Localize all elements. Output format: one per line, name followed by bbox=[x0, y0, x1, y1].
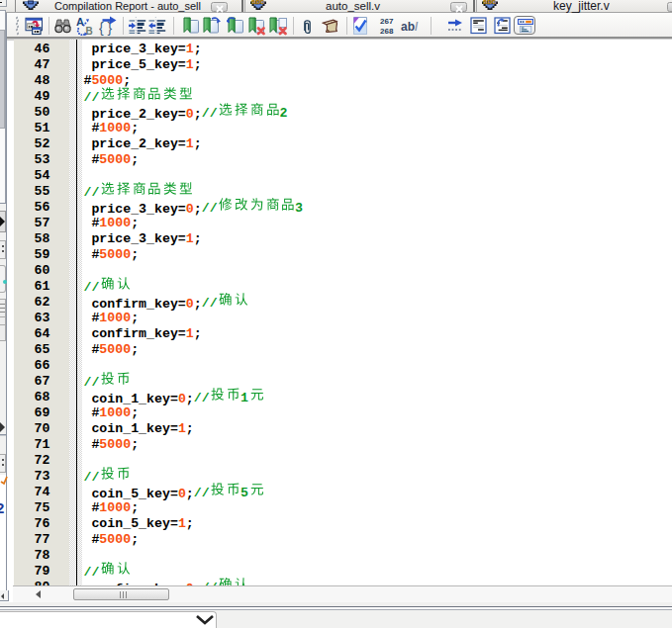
svg-text:abc: abc bbox=[483, 0, 496, 6]
svg-text:A: A bbox=[76, 16, 84, 28]
svg-text:abc: abc bbox=[251, 0, 264, 6]
